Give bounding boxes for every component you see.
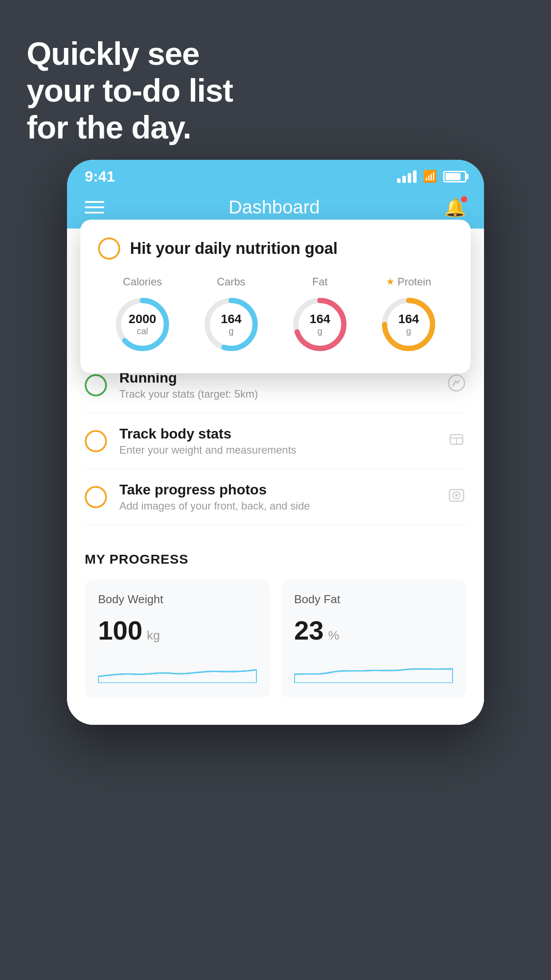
progress-section: MY PROGRESS Body Weight 100 kg B	[67, 534, 484, 698]
nutrition-calories: Calories 2000 cal	[111, 276, 173, 356]
nav-title: Dashboard	[228, 197, 319, 218]
running-icon	[447, 373, 466, 397]
calories-label: Calories	[123, 276, 162, 288]
bodystats-title: Track body stats	[119, 426, 434, 442]
protein-unit: g	[406, 326, 411, 336]
battery-icon	[443, 171, 466, 182]
body-weight-sparkline	[98, 656, 257, 683]
body-weight-title: Body Weight	[98, 593, 257, 606]
calories-value: 2000	[129, 312, 156, 326]
card-title-row: Hit your daily nutrition goal	[98, 237, 453, 260]
body-weight-value: 100	[98, 615, 142, 646]
photos-title: Take progress photos	[119, 482, 434, 498]
body-weight-value-row: 100 kg	[98, 615, 257, 646]
main-content: THINGS TO DO TODAY Hit your daily nutrit…	[67, 229, 484, 725]
body-fat-card: Body Fat 23 %	[281, 579, 466, 698]
progress-header: MY PROGRESS	[85, 552, 466, 567]
carbs-value: 164	[221, 312, 242, 326]
todo-item-bodystats[interactable]: Track body stats Enter your weight and m…	[85, 413, 466, 469]
carbs-label: Carbs	[217, 276, 245, 288]
nutrition-circles: Calories 2000 cal Carbs	[98, 276, 453, 356]
fat-unit: g	[317, 326, 322, 336]
fat-label: Fat	[312, 276, 328, 288]
photo-icon	[447, 485, 466, 509]
notification-dot	[461, 196, 467, 202]
status-time: 9:41	[85, 168, 115, 185]
scale-icon	[447, 429, 466, 453]
protein-value: 164	[398, 312, 419, 326]
carbs-donut: 164 g	[200, 293, 262, 356]
body-fat-value: 23	[294, 615, 324, 646]
nutrition-card: Hit your daily nutrition goal Calories 2…	[80, 220, 471, 373]
hamburger-line	[85, 206, 104, 208]
running-subtitle: Track your stats (target: 5km)	[119, 388, 434, 400]
body-fat-sparkline	[294, 656, 453, 683]
signal-icon	[397, 170, 417, 183]
hamburger-line	[85, 212, 104, 213]
hamburger-line	[85, 201, 104, 203]
hamburger-menu[interactable]	[85, 201, 104, 213]
bodystats-checkbox[interactable]	[85, 430, 107, 452]
bodystats-text: Track body stats Enter your weight and m…	[119, 426, 434, 456]
protein-donut: 164 g	[378, 293, 440, 356]
body-fat-value-row: 23 %	[294, 615, 453, 646]
wifi-icon: 📶	[423, 170, 437, 183]
hero-text: Quickly see your to-do list for the day.	[27, 36, 233, 146]
body-fat-title: Body Fat	[294, 593, 453, 606]
status-icons: 📶	[397, 170, 466, 183]
carbs-unit: g	[228, 326, 233, 336]
nutrition-protein: ★ Protein 164 g	[378, 276, 440, 356]
bell-icon[interactable]: 🔔	[444, 197, 466, 218]
photos-subtitle: Add images of your front, back, and side	[119, 500, 434, 512]
calories-donut: 2000 cal	[111, 293, 173, 356]
status-bar: 9:41 📶	[67, 160, 484, 190]
protein-label: ★ Protein	[386, 276, 431, 288]
nutrition-checkbox[interactable]	[98, 237, 120, 260]
todo-list: Running Track your stats (target: 5km) T…	[67, 357, 484, 525]
nutrition-carbs: Carbs 164 g	[200, 276, 262, 356]
body-weight-card: Body Weight 100 kg	[85, 579, 270, 698]
nutrition-card-title: Hit your daily nutrition goal	[130, 239, 338, 258]
svg-point-14	[455, 494, 458, 497]
fat-value: 164	[310, 312, 331, 326]
running-checkbox[interactable]	[85, 374, 107, 396]
bottom-spacer	[67, 698, 484, 725]
todo-item-photos[interactable]: Take progress photos Add images of your …	[85, 469, 466, 525]
photos-checkbox[interactable]	[85, 486, 107, 508]
progress-cards: Body Weight 100 kg Body Fat 23 %	[85, 579, 466, 698]
star-icon: ★	[386, 276, 395, 288]
photos-text: Take progress photos Add images of your …	[119, 482, 434, 512]
body-fat-unit: %	[328, 628, 339, 643]
running-text: Running Track your stats (target: 5km)	[119, 370, 434, 400]
body-weight-unit: kg	[147, 628, 160, 643]
fat-donut: 164 g	[289, 293, 351, 356]
phone-mockup: 9:41 📶 Dashboard 🔔 TH	[67, 160, 484, 725]
calories-unit: cal	[137, 326, 148, 336]
bodystats-subtitle: Enter your weight and measurements	[119, 444, 434, 456]
nutrition-fat: Fat 164 g	[289, 276, 351, 356]
svg-point-8	[449, 375, 464, 391]
